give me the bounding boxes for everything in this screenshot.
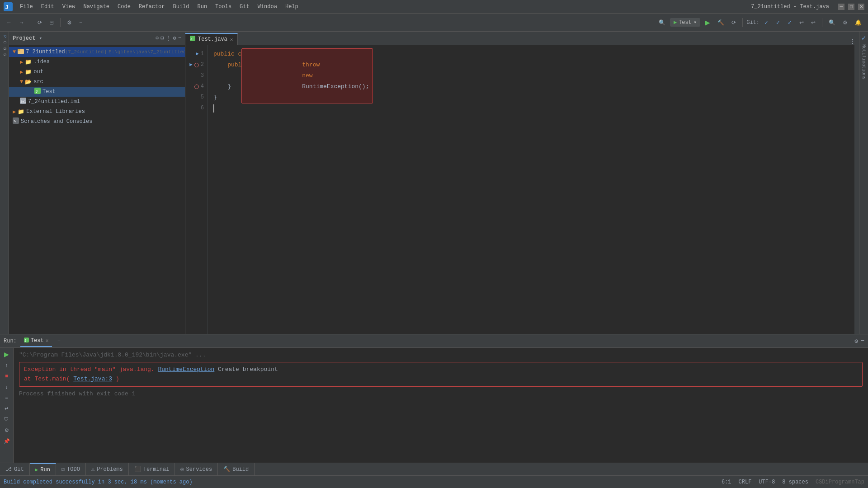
git-check2-btn[interactable]: ✓ — [773, 18, 783, 27]
run-arrow-1[interactable]: ▶ — [196, 50, 199, 59]
notifications-btn[interactable]: 🔔 — [852, 18, 864, 27]
window-title: 7_21untitled - Test.java — [751, 4, 829, 10]
bottom-tab-todo[interactable]: ☑ TODO — [56, 463, 86, 476]
toolbar-forward-btn[interactable]: → — [16, 18, 27, 27]
undo-btn[interactable]: ↩ — [808, 18, 818, 27]
panel-collapse-icon[interactable]: ⊟ — [160, 35, 164, 42]
editor-scrollbar[interactable] — [854, 45, 859, 334]
breakpoint-4[interactable] — [194, 84, 199, 89]
toolbar-sep-3 — [742, 18, 743, 27]
run-tab-test[interactable]: J Test ✕ — [20, 335, 52, 347]
tree-item-out[interactable]: ▶ 📁 out — [9, 67, 185, 77]
menu-refactor[interactable]: Refactor — [135, 3, 169, 11]
line-ending[interactable]: CRLF — [739, 479, 752, 485]
tree-item-root[interactable]: ▼ 7_21untitled [7_24untitled] E:\gitee\j… — [9, 47, 185, 57]
run-button[interactable]: ▶ — [702, 17, 713, 28]
code-content[interactable]: public class Test { public static void m… — [208, 45, 854, 334]
git-check3-btn[interactable]: ✓ — [785, 18, 795, 27]
toolbar-collapse-btn[interactable]: ⊟ — [47, 18, 57, 27]
tree-item-test-label: Test — [42, 89, 56, 95]
activity-bookmarks-icon[interactable]: B — [2, 47, 7, 50]
activity-structure-icon[interactable]: S — [2, 53, 7, 56]
toolbar-search-everywhere-btn[interactable]: 🔍 — [656, 18, 668, 27]
menu-git[interactable]: Git — [236, 3, 253, 11]
run-configuration[interactable]: ▶ Test ▾ — [670, 18, 700, 27]
menu-build[interactable]: Build — [169, 3, 193, 11]
menu-run[interactable]: Run — [193, 3, 211, 11]
svg-text:J: J — [24, 339, 26, 343]
line-num-4: 4 — [187, 81, 206, 92]
menu-view[interactable]: View — [59, 3, 79, 11]
maximize-button[interactable]: □ — [848, 4, 854, 10]
activity-commit-icon[interactable]: C — [2, 41, 7, 43]
tab-test-java[interactable]: J Test.java ✕ — [185, 33, 238, 45]
run-arrow-2[interactable]: ▶ — [189, 61, 193, 70]
kw-public-1: public — [213, 49, 238, 60]
tree-item-idea[interactable]: ▶ 📁 .idea — [9, 57, 185, 67]
panel-locate-icon[interactable]: ⊕ — [156, 35, 159, 42]
run-stop-btn[interactable]: ■ — [2, 371, 11, 380]
panel-dots-icon[interactable]: ⋮ — [166, 35, 171, 42]
run-pin-btn[interactable]: 📌 — [2, 436, 11, 446]
git-check-btn[interactable]: ✓ — [761, 18, 771, 27]
panel-close-icon[interactable]: − — [178, 35, 181, 42]
run-scroll-down-btn[interactable]: ↓ — [2, 382, 11, 391]
bottom-tab-problems[interactable]: ⚠ Problems — [86, 463, 129, 476]
cursor-position[interactable]: 6:1 — [722, 479, 731, 485]
run-tab-close-icon[interactable]: ✕ — [46, 338, 49, 343]
run-panel-body: ▶ ↑ ■ ↓ ≡ ↵ ⛉ ⚙ 📌 "C:\Program Files\Java… — [0, 348, 868, 463]
tree-item-src[interactable]: ▼ 📂 src — [9, 77, 185, 87]
error-location-link[interactable]: Test.java:3 — [73, 375, 112, 382]
run-panel-minimize-icon[interactable]: − — [861, 338, 864, 345]
todo-tab-label: TODO — [67, 466, 80, 473]
toolbar-settings-btn[interactable]: ⚙ — [64, 18, 75, 27]
panel-settings-icon[interactable]: ⚙ — [173, 35, 176, 42]
run-scroll-up-btn[interactable]: ↑ — [2, 361, 11, 370]
close-button[interactable]: ✕ — [858, 4, 864, 10]
run-play-btn[interactable]: ▶ — [2, 350, 11, 359]
project-root-name: 7_21untitled — [26, 49, 65, 55]
bottom-tab-services[interactable]: ◎ Services — [175, 463, 218, 476]
run-panel-left-icons: ▶ ↑ ■ ↓ ≡ ↵ ⛉ ⚙ 📌 — [0, 348, 14, 463]
run-panel-settings-icon[interactable]: ⚙ — [854, 338, 858, 345]
main-toolbar: ← → ⟳ ⊟ ⚙ − 🔍 ▶ Test ▾ ▶ 🔨 ⟳ Git: ✓ ✓ ✓ … — [0, 14, 868, 32]
menu-window[interactable]: Window — [254, 3, 281, 11]
tree-item-ext-libs[interactable]: ▶ 📁 External Libraries — [9, 107, 185, 117]
encoding[interactable]: UTF-8 — [759, 479, 775, 485]
run-cog-btn[interactable]: ⚙ — [2, 426, 11, 435]
toolbar-back-btn[interactable]: ← — [4, 18, 14, 27]
bottom-tab-run[interactable]: ▶ Run — [30, 463, 56, 476]
editor-settings-icon[interactable]: ⋮ — [849, 38, 855, 45]
rebuild-button[interactable]: ⟳ — [729, 18, 739, 27]
activity-project-icon[interactable]: P — [2, 35, 7, 38]
breakpoint-2[interactable] — [194, 63, 199, 67]
error-create-bp[interactable]: Create breakpoint — [218, 366, 278, 373]
run-add-icon[interactable]: + — [57, 338, 61, 344]
menu-code[interactable]: Code — [114, 3, 134, 11]
git-rollback-btn[interactable]: ↩ — [797, 18, 807, 27]
menu-tools[interactable]: Tools — [212, 3, 235, 11]
bottom-tab-build[interactable]: 🔨 Build — [218, 463, 255, 476]
menu-edit[interactable]: Edit — [38, 3, 58, 11]
settings-main-btn[interactable]: ⚙ — [840, 18, 850, 27]
menu-file[interactable]: File — [16, 3, 37, 11]
notifications-label[interactable]: Notifications — [861, 44, 866, 80]
minimize-button[interactable]: ─ — [838, 4, 844, 10]
build-button[interactable]: 🔨 — [715, 18, 727, 27]
tab-close-btn[interactable]: ✕ — [230, 37, 233, 42]
menu-help[interactable]: Help — [282, 3, 302, 11]
run-filter-btn[interactable]: ≡ — [2, 393, 11, 402]
toolbar-sync-btn[interactable]: ⟳ — [35, 18, 45, 27]
tree-item-iml[interactable]: iml 7_24untitled.iml — [9, 97, 185, 107]
bottom-tab-git[interactable]: ⎇ Git — [0, 463, 30, 476]
tree-item-test[interactable]: J Test — [9, 87, 185, 97]
indent[interactable]: 8 spaces — [782, 479, 808, 485]
error-class-link[interactable]: RuntimeException — [158, 366, 214, 373]
toolbar-close-panel-btn[interactable]: − — [76, 18, 85, 27]
run-bookmark-btn[interactable]: ⛉ — [2, 415, 11, 424]
bottom-tab-terminal[interactable]: ⬛ Terminal — [129, 463, 175, 476]
menu-navigate[interactable]: Navigate — [80, 3, 113, 11]
tree-item-scratches[interactable]: ✎ Scratches and Consoles — [9, 117, 185, 127]
run-wrap-btn[interactable]: ↵ — [2, 404, 11, 413]
search-btn[interactable]: 🔍 — [826, 18, 838, 27]
